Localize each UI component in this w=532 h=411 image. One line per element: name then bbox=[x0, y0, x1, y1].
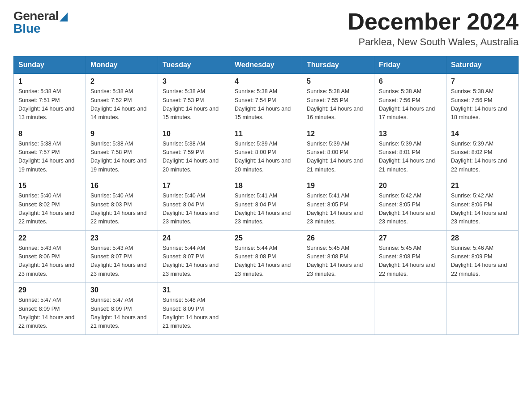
day-info: Sunrise: 5:38 AMSunset: 7:52 PMDaylight:… bbox=[90, 88, 146, 120]
calendar-cell: 25 Sunrise: 5:44 AMSunset: 8:08 PMDaylig… bbox=[230, 230, 302, 283]
day-number: 19 bbox=[307, 182, 369, 190]
day-number: 10 bbox=[163, 130, 225, 138]
calendar-cell: 18 Sunrise: 5:41 AMSunset: 8:04 PMDaylig… bbox=[230, 178, 302, 231]
calendar-title-area: December 2024 Parklea, New South Wales, … bbox=[348, 9, 519, 48]
col-header-tuesday: Tuesday bbox=[158, 56, 230, 74]
day-info: Sunrise: 5:39 AMSunset: 8:00 PMDaylight:… bbox=[235, 141, 291, 173]
day-number: 17 bbox=[163, 182, 225, 190]
day-info: Sunrise: 5:38 AMSunset: 7:54 PMDaylight:… bbox=[235, 88, 291, 120]
day-number: 9 bbox=[90, 130, 153, 138]
day-number: 31 bbox=[163, 286, 225, 294]
day-info: Sunrise: 5:46 AMSunset: 8:09 PMDaylight:… bbox=[451, 245, 507, 277]
day-number: 23 bbox=[90, 234, 153, 242]
day-number: 25 bbox=[235, 234, 297, 242]
days-header-row: SundayMondayTuesdayWednesdayThursdayFrid… bbox=[14, 56, 519, 74]
month-year-title: December 2024 bbox=[348, 9, 519, 34]
day-info: Sunrise: 5:45 AMSunset: 8:08 PMDaylight:… bbox=[379, 245, 435, 277]
day-number: 16 bbox=[90, 182, 153, 190]
day-number: 28 bbox=[451, 234, 514, 242]
calendar-cell: 21 Sunrise: 5:42 AMSunset: 8:06 PMDaylig… bbox=[446, 178, 519, 231]
week-row-4: 22 Sunrise: 5:43 AMSunset: 8:06 PMDaylig… bbox=[14, 230, 519, 283]
calendar-cell bbox=[374, 283, 446, 335]
day-number: 26 bbox=[307, 234, 369, 242]
day-info: Sunrise: 5:38 AMSunset: 7:57 PMDaylight:… bbox=[18, 141, 74, 173]
day-number: 13 bbox=[379, 130, 442, 138]
day-info: Sunrise: 5:38 AMSunset: 7:56 PMDaylight:… bbox=[379, 88, 435, 120]
day-number: 11 bbox=[235, 130, 297, 138]
calendar-cell bbox=[230, 283, 302, 335]
calendar-cell: 28 Sunrise: 5:46 AMSunset: 8:09 PMDaylig… bbox=[446, 230, 519, 283]
calendar-cell: 4 Sunrise: 5:38 AMSunset: 7:54 PMDayligh… bbox=[230, 74, 302, 126]
calendar-body: 1 Sunrise: 5:38 AMSunset: 7:51 PMDayligh… bbox=[14, 74, 519, 335]
col-header-wednesday: Wednesday bbox=[230, 56, 302, 74]
day-info: Sunrise: 5:45 AMSunset: 8:08 PMDaylight:… bbox=[307, 245, 363, 277]
calendar-cell: 26 Sunrise: 5:45 AMSunset: 8:08 PMDaylig… bbox=[302, 230, 374, 283]
day-info: Sunrise: 5:38 AMSunset: 7:55 PMDaylight:… bbox=[307, 88, 363, 120]
calendar-cell: 2 Sunrise: 5:38 AMSunset: 7:52 PMDayligh… bbox=[86, 74, 158, 126]
day-info: Sunrise: 5:39 AMSunset: 8:02 PMDaylight:… bbox=[451, 141, 507, 173]
day-info: Sunrise: 5:40 AMSunset: 8:04 PMDaylight:… bbox=[163, 193, 219, 225]
svg-marker-0 bbox=[60, 13, 68, 21]
calendar-cell: 19 Sunrise: 5:41 AMSunset: 8:05 PMDaylig… bbox=[302, 178, 374, 231]
logo: General Blue bbox=[13, 9, 68, 36]
day-number: 22 bbox=[18, 234, 81, 242]
day-info: Sunrise: 5:38 AMSunset: 7:58 PMDaylight:… bbox=[90, 141, 146, 173]
calendar-cell: 31 Sunrise: 5:48 AMSunset: 8:09 PMDaylig… bbox=[158, 283, 230, 335]
col-header-monday: Monday bbox=[86, 56, 158, 74]
logo-triangle-icon bbox=[60, 13, 68, 21]
calendar-cell: 14 Sunrise: 5:39 AMSunset: 8:02 PMDaylig… bbox=[446, 126, 519, 178]
calendar-cell: 13 Sunrise: 5:39 AMSunset: 8:01 PMDaylig… bbox=[374, 126, 446, 178]
day-info: Sunrise: 5:39 AMSunset: 8:01 PMDaylight:… bbox=[379, 141, 435, 173]
day-info: Sunrise: 5:39 AMSunset: 8:00 PMDaylight:… bbox=[307, 141, 363, 173]
page-header: General Blue December 2024 Parklea, New … bbox=[13, 9, 519, 48]
calendar-cell: 30 Sunrise: 5:47 AMSunset: 8:09 PMDaylig… bbox=[86, 283, 158, 335]
day-number: 21 bbox=[451, 182, 514, 190]
day-number: 27 bbox=[379, 234, 442, 242]
calendar-cell: 29 Sunrise: 5:47 AMSunset: 8:09 PMDaylig… bbox=[14, 283, 86, 335]
day-info: Sunrise: 5:40 AMSunset: 8:03 PMDaylight:… bbox=[90, 193, 146, 225]
calendar-cell: 24 Sunrise: 5:44 AMSunset: 8:07 PMDaylig… bbox=[158, 230, 230, 283]
day-info: Sunrise: 5:38 AMSunset: 7:59 PMDaylight:… bbox=[163, 141, 219, 173]
day-number: 12 bbox=[307, 130, 369, 138]
day-info: Sunrise: 5:42 AMSunset: 8:05 PMDaylight:… bbox=[379, 193, 435, 225]
day-number: 18 bbox=[235, 182, 297, 190]
day-number: 6 bbox=[379, 77, 442, 86]
day-info: Sunrise: 5:48 AMSunset: 8:09 PMDaylight:… bbox=[163, 297, 219, 329]
calendar-cell: 12 Sunrise: 5:39 AMSunset: 8:00 PMDaylig… bbox=[302, 126, 374, 178]
day-info: Sunrise: 5:47 AMSunset: 8:09 PMDaylight:… bbox=[90, 297, 146, 329]
col-header-saturday: Saturday bbox=[446, 56, 519, 74]
day-info: Sunrise: 5:43 AMSunset: 8:07 PMDaylight:… bbox=[90, 245, 146, 277]
calendar-cell: 22 Sunrise: 5:43 AMSunset: 8:06 PMDaylig… bbox=[14, 230, 86, 283]
day-info: Sunrise: 5:38 AMSunset: 7:53 PMDaylight:… bbox=[163, 88, 219, 120]
day-info: Sunrise: 5:47 AMSunset: 8:09 PMDaylight:… bbox=[18, 297, 74, 329]
day-info: Sunrise: 5:44 AMSunset: 8:08 PMDaylight:… bbox=[235, 245, 291, 277]
week-row-3: 15 Sunrise: 5:40 AMSunset: 8:02 PMDaylig… bbox=[14, 178, 519, 231]
calendar-cell: 27 Sunrise: 5:45 AMSunset: 8:08 PMDaylig… bbox=[374, 230, 446, 283]
calendar-cell: 1 Sunrise: 5:38 AMSunset: 7:51 PMDayligh… bbox=[14, 74, 86, 126]
day-number: 4 bbox=[235, 77, 297, 86]
week-row-2: 8 Sunrise: 5:38 AMSunset: 7:57 PMDayligh… bbox=[14, 126, 519, 178]
day-number: 2 bbox=[90, 77, 153, 86]
calendar-cell: 11 Sunrise: 5:39 AMSunset: 8:00 PMDaylig… bbox=[230, 126, 302, 178]
calendar-cell bbox=[446, 283, 519, 335]
col-header-thursday: Thursday bbox=[302, 56, 374, 74]
calendar-cell bbox=[302, 283, 374, 335]
day-info: Sunrise: 5:38 AMSunset: 7:56 PMDaylight:… bbox=[451, 88, 507, 120]
day-number: 29 bbox=[18, 286, 81, 294]
day-number: 1 bbox=[18, 77, 81, 86]
location-subtitle: Parklea, New South Wales, Australia bbox=[348, 36, 519, 48]
calendar-cell: 9 Sunrise: 5:38 AMSunset: 7:58 PMDayligh… bbox=[86, 126, 158, 178]
calendar-header: SundayMondayTuesdayWednesdayThursdayFrid… bbox=[14, 56, 519, 74]
day-number: 5 bbox=[307, 77, 369, 86]
calendar-cell: 5 Sunrise: 5:38 AMSunset: 7:55 PMDayligh… bbox=[302, 74, 374, 126]
calendar-table: SundayMondayTuesdayWednesdayThursdayFrid… bbox=[13, 56, 519, 335]
day-info: Sunrise: 5:44 AMSunset: 8:07 PMDaylight:… bbox=[163, 245, 219, 277]
calendar-cell: 3 Sunrise: 5:38 AMSunset: 7:53 PMDayligh… bbox=[158, 74, 230, 126]
calendar-cell: 10 Sunrise: 5:38 AMSunset: 7:59 PMDaylig… bbox=[158, 126, 230, 178]
day-number: 8 bbox=[18, 130, 81, 138]
day-number: 15 bbox=[18, 182, 81, 190]
logo-blue-text: Blue bbox=[13, 21, 41, 36]
day-number: 7 bbox=[451, 77, 514, 86]
calendar-cell: 7 Sunrise: 5:38 AMSunset: 7:56 PMDayligh… bbox=[446, 74, 519, 126]
day-number: 30 bbox=[90, 286, 153, 294]
